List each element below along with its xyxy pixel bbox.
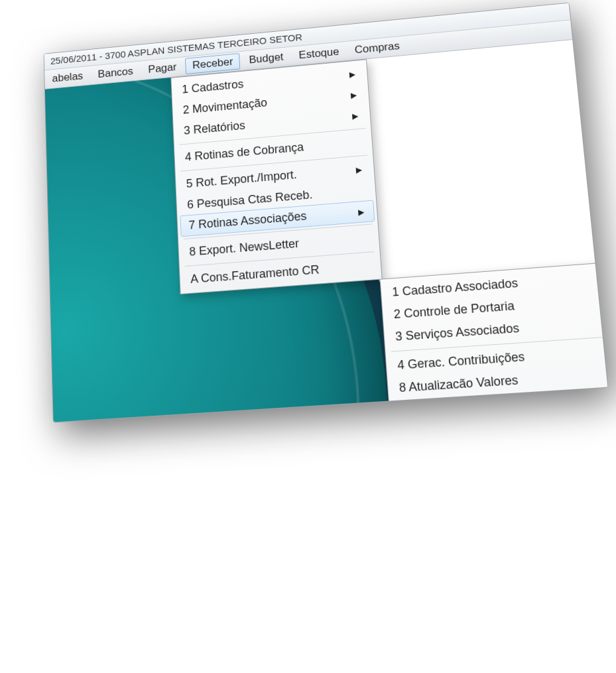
menu-item-label: 9 Carta/Etiq. Aniv.: [400, 404, 501, 423]
submenu-arrow-icon: ▶: [352, 111, 359, 121]
menu-label: Estoque: [298, 46, 339, 62]
menu-label: Compras: [354, 40, 400, 56]
menu-label: Pagar: [148, 61, 177, 76]
dropdown-rotinas-associacoes: 1 Cadastro Associados2 Controle de Porta…: [380, 263, 609, 423]
menu-item-label: 3 Relatórios: [184, 119, 246, 137]
submenu-arrow-icon: ▶: [358, 207, 365, 217]
submenu-arrow-icon: ▶: [351, 90, 357, 99]
menu-item-label: 1 Cadastros: [182, 78, 244, 96]
app-window: 25/06/2011 - 3700 ASPLAN SISTEMAS TERCEI…: [44, 3, 609, 423]
menu-item-label: 8 Atualizacão Valores: [399, 373, 519, 395]
menu-item-label: 8 Export. NewsLetter: [189, 237, 300, 259]
menu-item-a-consulta-associados[interactable]: A Consulta Associados: [393, 422, 609, 422]
menu-item-label: A Cons.Faturamento CR: [190, 263, 320, 286]
submenu-arrow-icon: ▶: [355, 165, 362, 174]
menu-item-label: 3 Serviços Associados: [395, 321, 521, 343]
client-area: 1 Cadastros▶2 Movimentação▶3 Relatórios▶…: [45, 40, 607, 422]
menu-label: Receber: [192, 56, 233, 72]
dropdown-receber: 1 Cadastros▶2 Movimentação▶3 Relatórios▶…: [170, 59, 382, 294]
menu-label: Bancos: [97, 65, 133, 81]
menu-item-label: 4 Rotinas de Cobrança: [185, 141, 304, 164]
menu-separator: [397, 418, 608, 422]
menu-label: Budget: [249, 51, 284, 67]
menu-label: abelas: [52, 70, 83, 85]
submenu-arrow-icon: ▶: [349, 70, 355, 79]
